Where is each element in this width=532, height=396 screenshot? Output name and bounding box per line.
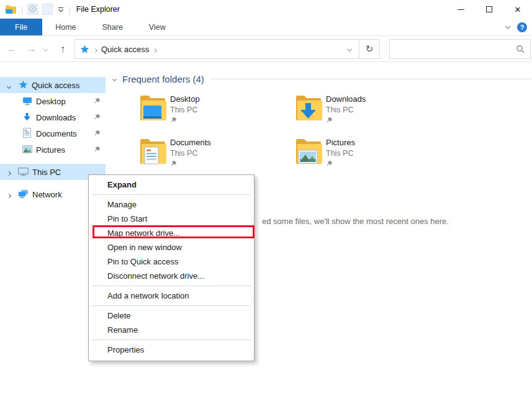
downloads-folder-icon xyxy=(294,92,323,125)
menu-separator xyxy=(92,340,251,340)
sidebar-item-quick-access[interactable]: Quick access xyxy=(0,77,106,93)
pin-icon xyxy=(94,114,101,120)
titlebar: | ✓ | File Explorer ✕ xyxy=(0,0,532,19)
refresh-icon: ↻ xyxy=(366,43,374,55)
app-folder-icon xyxy=(5,4,17,14)
search-box[interactable] xyxy=(389,39,531,59)
close-button[interactable]: ✕ xyxy=(503,0,532,19)
menu-item-properties[interactable]: Properties xyxy=(89,343,254,357)
pictures-icon xyxy=(22,145,33,155)
breadcrumb-chevron-icon xyxy=(94,45,97,54)
menu-separator xyxy=(92,305,251,306)
folder-tile-desktop[interactable]: Desktop This PC xyxy=(138,92,281,128)
folder-tile-pictures[interactable]: Pictures This PC xyxy=(294,135,436,171)
maximize-icon xyxy=(486,6,492,12)
pin-icon xyxy=(326,160,333,167)
menu-item-add-network-location[interactable]: Add a network location xyxy=(89,289,254,303)
window-title: File Explorer xyxy=(76,5,120,14)
quick-access-star-icon xyxy=(80,45,89,54)
network-icon xyxy=(18,189,29,199)
back-arrow-icon: ← xyxy=(7,43,17,55)
menu-separator xyxy=(92,286,251,286)
chevron-down-icon xyxy=(112,76,117,81)
menu-item-rename[interactable]: Rename xyxy=(89,323,254,337)
customize-quick-access-chevron-icon[interactable] xyxy=(58,6,64,12)
navigation-toolbar: ← → ↑ Quick access ↻ xyxy=(0,36,532,62)
menu-item-pin-to-quick-access[interactable]: Pin to Quick access xyxy=(89,254,254,269)
qat-properties-button[interactable]: ✓ xyxy=(27,4,38,15)
sidebar-item-documents[interactable]: Documents xyxy=(0,125,106,142)
desktop-icon xyxy=(22,97,33,106)
up-button[interactable]: ↑ xyxy=(53,36,72,62)
tab-home[interactable]: Home xyxy=(42,19,89,35)
recent-files-hint-text: ed some files, we'll show the most recen… xyxy=(262,217,449,226)
recent-locations-button[interactable] xyxy=(40,36,51,62)
forward-button[interactable]: → xyxy=(22,36,41,62)
tile-location: This PC xyxy=(170,149,197,158)
sidebar-item-downloads[interactable]: Downloads xyxy=(0,109,106,125)
chevron-collapsed-icon[interactable] xyxy=(7,190,11,199)
context-menu: Expand Manage Pin to Start Map network d… xyxy=(88,174,255,361)
pin-icon xyxy=(94,146,101,153)
menu-separator xyxy=(92,194,251,195)
tile-name: Desktop xyxy=(170,94,200,104)
file-explorer-window: | ✓ | File Explorer ✕ File Home Share Vi… xyxy=(0,0,532,396)
breadcrumb-chevron-icon[interactable] xyxy=(153,45,156,54)
tab-file[interactable]: File xyxy=(0,19,42,35)
menu-item-disconnect-network-drive[interactable]: Disconnect network drive... xyxy=(89,269,254,283)
menu-item-manage[interactable]: Manage xyxy=(89,197,254,212)
help-button[interactable]: ? xyxy=(517,22,527,32)
window-controls: ✕ xyxy=(446,0,532,19)
menu-item-pin-to-start[interactable]: Pin to Start xyxy=(89,212,254,226)
sidebar-item-pictures[interactable]: Pictures xyxy=(0,142,106,158)
folder-tile-downloads[interactable]: Downloads This PC xyxy=(294,92,436,128)
frequent-folders-header[interactable]: Frequent folders (4) xyxy=(113,72,532,86)
address-dropdown-button[interactable] xyxy=(340,47,359,51)
magnifier-icon xyxy=(516,45,525,53)
this-pc-icon xyxy=(18,168,29,177)
search-input[interactable] xyxy=(395,40,516,58)
address-bar[interactable]: Quick access ↻ xyxy=(74,39,380,59)
menu-item-map-network-drive[interactable]: Map network drive... xyxy=(89,226,254,240)
maximize-button[interactable] xyxy=(475,0,503,19)
sidebar-item-label: Documents xyxy=(36,129,77,138)
sidebar-item-label: Desktop xyxy=(36,97,66,106)
quick-access-star-icon xyxy=(19,80,29,89)
pin-icon xyxy=(94,97,101,104)
pin-icon xyxy=(94,130,101,137)
menu-item-delete[interactable]: Delete xyxy=(89,308,254,323)
back-button[interactable]: ← xyxy=(2,36,21,62)
minimize-icon xyxy=(458,9,464,10)
minimize-button[interactable] xyxy=(446,0,475,19)
sidebar-item-label: Downloads xyxy=(36,113,76,122)
folder-tile-documents[interactable]: Documents This PC xyxy=(138,135,281,171)
menu-item-open-in-new-window[interactable]: Open in new window xyxy=(89,240,254,254)
pictures-folder-icon xyxy=(294,135,323,169)
menu-item-expand[interactable]: Expand xyxy=(89,178,254,192)
forward-arrow-icon: → xyxy=(27,43,37,55)
pin-icon xyxy=(326,117,333,124)
ribbon-collapse-chevron-icon[interactable] xyxy=(505,24,511,30)
tab-view[interactable]: View xyxy=(136,19,179,35)
qat-new-item-button[interactable] xyxy=(42,4,53,15)
chevron-expanded-icon[interactable] xyxy=(7,81,11,90)
sidebar-item-desktop[interactable]: Desktop xyxy=(0,93,106,109)
tile-name: Documents xyxy=(170,138,211,147)
desktop-folder-icon xyxy=(138,92,168,125)
titlebar-separator: | xyxy=(21,5,23,14)
chevron-collapsed-icon[interactable] xyxy=(7,168,11,177)
refresh-button[interactable]: ↻ xyxy=(359,43,379,55)
sidebar-item-label: This PC xyxy=(32,168,61,177)
titlebar-separator: | xyxy=(68,5,70,14)
chevron-down-icon xyxy=(43,47,47,51)
downloads-icon xyxy=(22,112,33,122)
chevron-down-icon xyxy=(347,47,352,52)
tile-location: This PC xyxy=(326,149,353,158)
check-icon: ✓ xyxy=(29,6,36,12)
tab-share[interactable]: Share xyxy=(89,19,136,35)
close-icon: ✕ xyxy=(515,6,521,14)
tile-location: This PC xyxy=(326,106,353,114)
breadcrumb-segment[interactable]: Quick access xyxy=(101,45,149,54)
sidebar-item-label: Pictures xyxy=(36,145,65,155)
group-divider xyxy=(210,79,531,79)
